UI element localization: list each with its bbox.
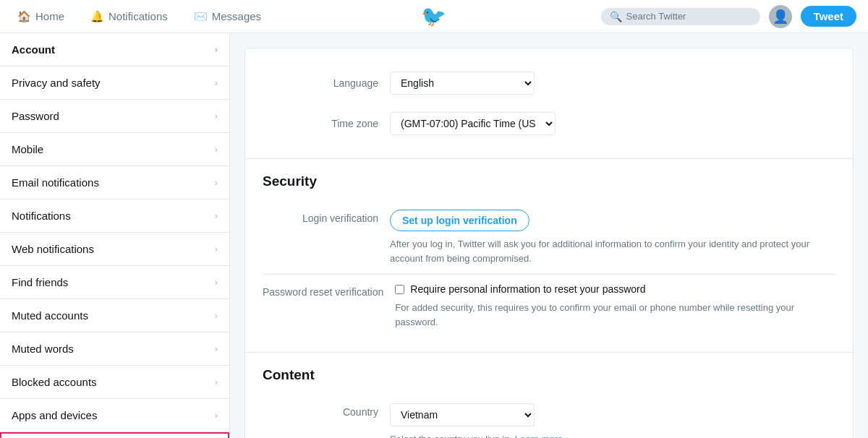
nav-notifications[interactable]: 🔔 Notifications <box>85 7 174 26</box>
content-title: Content <box>263 367 835 383</box>
sidebar-label-web-notifications: Web notifications <box>12 243 94 255</box>
sidebar-label-apps-devices: Apps and devices <box>12 409 97 421</box>
chevron-right-icon: › <box>215 377 218 387</box>
chevron-right-icon: › <box>215 177 218 188</box>
login-verification-row: Login verification Set up login verifica… <box>263 201 835 275</box>
timezone-label: Time zone <box>263 118 378 129</box>
sidebar-item-mobile[interactable]: Mobile › <box>0 133 229 166</box>
country-learn-more-link[interactable]: Learn more. <box>515 434 566 438</box>
login-verification-content: Set up login verification After you log … <box>390 210 835 265</box>
nav-messages[interactable]: ✉️ Messages <box>188 7 267 26</box>
topnav-center: 🐦 <box>267 4 601 28</box>
sidebar-account-label: Account <box>12 43 55 56</box>
password-reset-content: Require personal information to reset yo… <box>395 283 835 329</box>
timezone-row: Time zone (GMT-07:00) Pacific Time (US <box>263 103 835 144</box>
settings-card: Language English Time zone (GMT-07:00) P… <box>244 48 854 438</box>
require-personal-label: Require personal information to reset yo… <box>410 283 645 295</box>
sidebar-item-notifications[interactable]: Notifications › <box>0 199 229 233</box>
require-personal-row: Require personal information to reset yo… <box>395 283 835 295</box>
require-personal-checkbox[interactable] <box>395 285 404 294</box>
sidebar-label-find-friends: Find friends <box>12 276 68 288</box>
home-icon: 🏠 <box>17 10 31 23</box>
sidebar-item-privacy-safety[interactable]: Privacy and safety › <box>0 66 229 100</box>
password-reset-row: Password reset verification Require pers… <box>263 275 835 338</box>
chevron-right-icon: › <box>215 44 218 55</box>
sidebar-label-muted-words: Muted words <box>12 343 74 355</box>
sidebar-item-password[interactable]: Password › <box>0 100 229 133</box>
timezone-select[interactable]: (GMT-07:00) Pacific Time (US <box>390 112 556 135</box>
sidebar-label-privacy-safety: Privacy and safety <box>12 77 101 89</box>
chevron-right-icon: › <box>215 310 218 321</box>
sidebar-account-header[interactable]: Account › <box>0 33 229 66</box>
language-label: Language <box>263 77 378 89</box>
sidebar-item-find-friends[interactable]: Find friends › <box>0 266 229 299</box>
security-section: Security Login verification Set up login… <box>245 159 853 353</box>
country-label: Country <box>263 403 378 418</box>
password-reset-label: Password reset verification <box>263 283 383 298</box>
country-description: Select the country you live in. Learn mo… <box>390 432 835 438</box>
chevron-right-icon: › <box>215 111 218 121</box>
language-select[interactable]: English <box>390 72 535 95</box>
sidebar-label-email-notifications: Email notifications <box>12 176 99 189</box>
sidebar-label-mobile: Mobile <box>12 143 43 155</box>
country-row: Country Vietnam Select the country you l… <box>263 395 835 438</box>
chevron-right-icon: › <box>215 77 218 88</box>
country-select[interactable]: Vietnam <box>390 403 535 426</box>
chevron-right-icon: › <box>215 277 218 288</box>
sidebar-label-muted-accounts: Muted accounts <box>12 309 88 322</box>
sidebar-item-muted-words[interactable]: Muted words › <box>0 332 229 366</box>
main-content: Language English Time zone (GMT-07:00) P… <box>230 33 868 438</box>
tweet-button[interactable]: Tweet <box>801 6 856 27</box>
login-verification-label: Login verification <box>263 210 378 224</box>
chevron-right-icon: › <box>215 210 218 221</box>
security-title: Security <box>263 173 835 189</box>
language-timezone-section: Language English Time zone (GMT-07:00) P… <box>245 48 853 159</box>
sidebar-item-blocked-accounts[interactable]: Blocked accounts › <box>0 366 229 399</box>
topnav: 🏠 Home 🔔 Notifications ✉️ Messages 🐦 🔍 👤… <box>0 0 868 33</box>
topnav-left: 🏠 Home 🔔 Notifications ✉️ Messages <box>12 7 267 26</box>
search-input[interactable] <box>626 11 742 22</box>
password-reset-description: For added security, this requires you to… <box>395 301 835 329</box>
country-description-text: Select the country you live in. <box>390 434 512 438</box>
twitter-logo: 🐦 <box>421 4 446 28</box>
chevron-right-icon: › <box>215 244 218 254</box>
nav-home[interactable]: 🏠 Home <box>12 7 70 26</box>
chevron-right-icon: › <box>215 410 218 421</box>
chevron-right-icon: › <box>215 343 218 354</box>
sidebar-item-widgets[interactable]: Widgets › <box>0 432 229 438</box>
content-section: Content Country Vietnam Select the count… <box>245 353 853 438</box>
sidebar-label-notifications: Notifications <box>12 210 71 222</box>
topnav-right: 🔍 👤 Tweet <box>601 5 856 28</box>
login-verification-description: After you log in, Twitter will ask you f… <box>390 237 835 265</box>
sidebar-label-password: Password <box>12 110 59 122</box>
search-icon: 🔍 <box>610 11 622 22</box>
notifications-icon: 🔔 <box>90 10 104 23</box>
chevron-right-icon: › <box>215 144 218 155</box>
setup-login-verification-button[interactable]: Set up login verification <box>390 210 529 231</box>
messages-icon: ✉️ <box>194 10 208 23</box>
language-row: Language English <box>263 63 835 103</box>
nav-notifications-label: Notifications <box>109 10 168 22</box>
sidebar-item-muted-accounts[interactable]: Muted accounts › <box>0 299 229 332</box>
nav-messages-label: Messages <box>212 10 261 22</box>
nav-home-label: Home <box>35 10 64 22</box>
avatar-icon: 👤 <box>773 9 788 25</box>
country-content: Vietnam Select the country you live in. … <box>390 403 835 438</box>
sidebar: Account › Privacy and safety › Password … <box>0 33 230 438</box>
sidebar-label-blocked-accounts: Blocked accounts <box>12 376 97 388</box>
page-wrapper: Account › Privacy and safety › Password … <box>0 33 868 438</box>
avatar[interactable]: 👤 <box>769 5 792 28</box>
sidebar-item-email-notifications[interactable]: Email notifications › <box>0 166 229 199</box>
sidebar-item-web-notifications[interactable]: Web notifications › <box>0 233 229 266</box>
sidebar-item-apps-devices[interactable]: Apps and devices › <box>0 399 229 432</box>
search-box[interactable]: 🔍 <box>601 8 760 25</box>
